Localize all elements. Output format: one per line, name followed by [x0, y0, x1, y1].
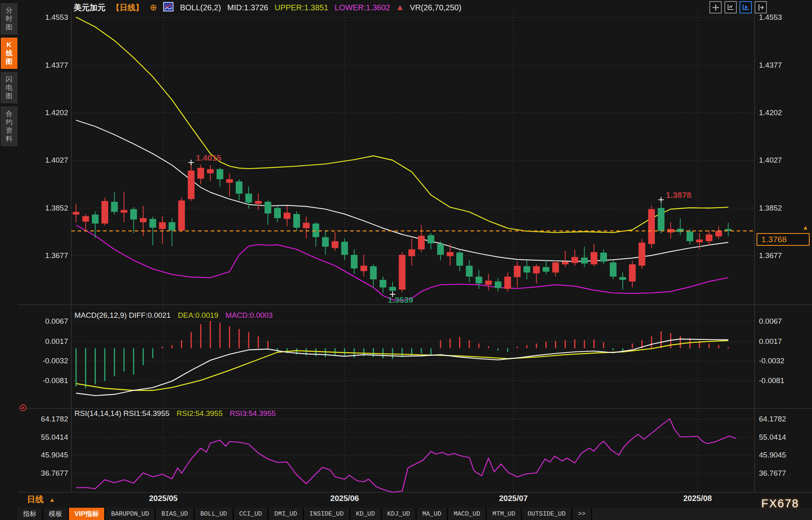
sidebar-tab-char: 线 [6, 49, 13, 57]
candle-body [658, 208, 665, 231]
candle-body [648, 209, 655, 244]
candle-body [245, 194, 252, 203]
candle-body [313, 224, 319, 237]
price-extreme-label: 1.3539 [388, 295, 413, 304]
more-tabs-chevron[interactable]: >> [572, 508, 591, 520]
candle-body [475, 277, 482, 283]
tab-kdj_ud[interactable]: KDJ_UD [382, 508, 416, 520]
tab-指标[interactable]: 指标 [17, 508, 42, 520]
x-axis-date-label: 2025/07 [499, 494, 528, 503]
chart-type-icon[interactable] [163, 2, 173, 13]
x-axis-date-label: 2025/08 [683, 494, 712, 503]
candle-body [322, 237, 329, 247]
tab-ma_ud[interactable]: MA_UD [417, 508, 447, 520]
sidebar-tab-char: 约 [6, 118, 13, 126]
candle-body [408, 249, 415, 256]
candle-body [121, 210, 128, 213]
macd-layer [76, 321, 728, 396]
candle-body [207, 169, 213, 173]
annotations: 1.40151.38781.3539 [189, 153, 692, 304]
tab-macd_ud[interactable]: MACD_UD [448, 508, 486, 520]
extreme-marker-cross-icon [658, 197, 664, 203]
sidebar-tab-item[interactable]: 分时图 [1, 3, 17, 34]
sidebar-tab-char: 时 [6, 15, 13, 23]
boll-lower-value: LOWER:1.3602 [335, 3, 390, 12]
tab-outside_ud[interactable]: OUTSIDE_UD [522, 508, 571, 520]
candle-body [159, 222, 166, 229]
candle-body [236, 181, 242, 194]
candle-body [485, 281, 492, 285]
candle-body [514, 266, 520, 277]
indicator-tabbar: 指标模板VIP指标BARUPDN_UDBIAS_UDBOLL_UDCCI_UDD… [17, 508, 812, 520]
sidebar-tab-char: 电 [6, 84, 13, 92]
candle-body [255, 201, 262, 204]
candle-body [303, 223, 310, 228]
sidebar-tab-item[interactable]: 闪电图 [1, 72, 17, 103]
sidebar-tab-char: 图 [6, 57, 13, 66]
interval-selector[interactable]: 日线 ▲ [27, 494, 55, 505]
sidebar-tab-char: 闪 [6, 75, 13, 84]
candle-body [447, 252, 454, 256]
collapse-panel-icon[interactable] [755, 1, 767, 13]
alert-dot-icon[interactable] [20, 404, 27, 411]
candle-body [360, 266, 367, 271]
tab-inside_ud[interactable]: INSIDE_UD [304, 508, 349, 520]
candle-body [284, 213, 290, 219]
sidebar-tab-item[interactable]: 合约资料 [1, 106, 17, 146]
signal-up-arrow-icon[interactable]: ▲ [396, 4, 404, 12]
candle-body [341, 242, 348, 255]
candle-body [389, 287, 396, 291]
candle-body [572, 257, 578, 263]
candle-body [149, 219, 156, 228]
candle-body [399, 255, 406, 290]
candle-body [92, 214, 99, 224]
x-axis-date-label: 2025/05 [149, 494, 177, 503]
chevron-up-icon: ▲ [49, 496, 55, 503]
candle-body [639, 243, 645, 266]
toolbar [709, 1, 767, 13]
candle-body [111, 202, 118, 212]
rsi-indicator-header: RSI(14,14,14) RSI1:54.3955RSI2:54.3955RS… [74, 409, 276, 418]
current-price-value: 1.3768 [761, 235, 787, 244]
tab-mtm_ud[interactable]: MTM_UD [487, 508, 521, 520]
candle-body [591, 252, 597, 264]
auto-play-tool-icon[interactable] [740, 1, 752, 13]
symbol-title: 美元加元 [74, 2, 105, 13]
tab-cci_ud[interactable]: CCI_UD [234, 508, 268, 520]
candle-body [456, 252, 463, 266]
candle-body [427, 235, 434, 243]
candle-body [169, 222, 175, 230]
candle-body [629, 264, 636, 281]
candle-body [351, 255, 358, 268]
chart-canvas: 1.40151.38781.35392025/052025/062025/072… [0, 0, 812, 520]
vr-label: VR(26,70,250) [410, 3, 461, 12]
tab-dmi_ud[interactable]: DMI_UD [269, 508, 303, 520]
crosshair-tool-icon[interactable] [709, 1, 722, 13]
brand-watermark: FX678 [761, 497, 799, 510]
current-price-tag: 1.3768 [757, 233, 810, 246]
tab-bias_ud[interactable]: BIAS_UD [156, 508, 193, 520]
candle-body [533, 266, 540, 273]
candle-body [140, 218, 147, 222]
candle-body [265, 202, 271, 214]
candle-body [677, 229, 684, 232]
candle-body [581, 258, 588, 264]
tab-kd_ud[interactable]: KD_UD [351, 508, 381, 520]
candle-body [552, 262, 559, 272]
sidebar-tab-char: 资 [6, 126, 13, 135]
compare-add-icon[interactable]: ⊕ [150, 2, 157, 13]
candle-body [619, 277, 626, 280]
candle-body [379, 280, 386, 287]
sidebar-tab-active[interactable]: K线图 [1, 38, 17, 69]
boll-label: BOLL(26,2) [180, 3, 221, 12]
tab-模板[interactable]: 模板 [43, 508, 68, 520]
sidebar-tab-char: K [7, 41, 11, 49]
tab-boll_ud[interactable]: BOLL_UD [195, 508, 233, 520]
extreme-marker-cross-icon [189, 160, 194, 165]
rsi3-value: RSI3:54.3955 [230, 409, 276, 418]
tab-vip指标[interactable]: VIP指标 [69, 508, 104, 520]
axis-zoom-tool-icon[interactable] [724, 1, 737, 13]
tab-barupdn_ud[interactable]: BARUPDN_UD [105, 508, 154, 520]
candle-body [495, 281, 501, 288]
chart-header: 美元加元【日线】⊕BOLL(26,2)MID:1.3726UPPER:1.385… [74, 2, 461, 13]
